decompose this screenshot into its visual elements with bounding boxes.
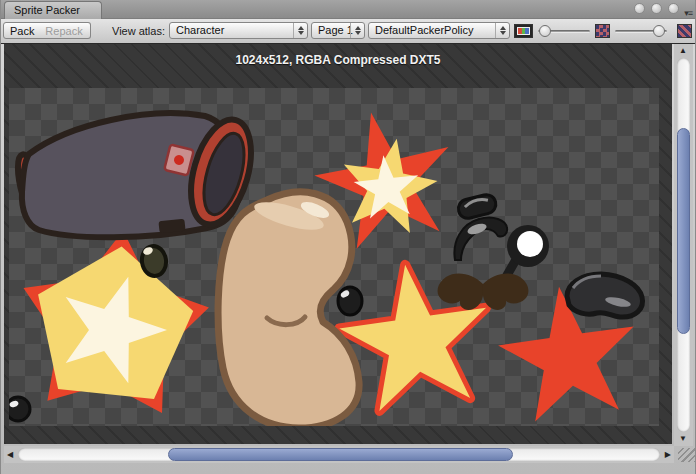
dropdown-arrows-icon	[495, 23, 509, 38]
sprite-black-cap	[456, 193, 497, 221]
toolbar: Pack Repack View atlas: Character Page 1…	[1, 19, 696, 44]
mip-stripes-icon[interactable]	[677, 24, 692, 38]
scroll-up-icon[interactable]: ▲	[679, 47, 687, 55]
vertical-scroll-track[interactable]	[677, 58, 690, 432]
mip-slider[interactable]	[615, 24, 667, 38]
window-control-dot[interactable]	[668, 3, 679, 14]
mip-slider-handle[interactable]	[653, 25, 665, 37]
atlas-texture	[9, 88, 659, 426]
horizontal-scroll-thumb[interactable]	[168, 448, 513, 461]
window-control-dot[interactable]	[634, 3, 645, 14]
sprite-cannon	[12, 113, 262, 238]
rgb-stripes	[517, 27, 530, 35]
sprite-pentagon-burst	[24, 231, 209, 413]
scroll-left-icon[interactable]: ◀	[7, 451, 13, 459]
scroll-down-icon[interactable]: ▼	[679, 435, 687, 443]
atlas-dropdown[interactable]: Character	[169, 22, 308, 39]
window-control-dot[interactable]	[651, 3, 662, 14]
page-dropdown[interactable]: Page 1	[311, 22, 365, 39]
atlas-dropdown-value: Character	[176, 24, 224, 36]
sprite-mini-black-bean	[338, 287, 362, 315]
tab-title: Sprite Packer	[14, 4, 80, 16]
dropdown-arrows-icon	[350, 23, 364, 38]
vertical-scrollbar[interactable]: ▲ ▼	[674, 44, 693, 446]
pack-button[interactable]: Pack	[3, 22, 39, 39]
zoom-slider-handle[interactable]	[539, 25, 551, 37]
view-atlas-label: View atlas:	[89, 25, 165, 37]
repack-button[interactable]: Repack	[38, 22, 91, 39]
sprite-black-bean	[567, 274, 643, 317]
sprite-corner-olive	[9, 397, 30, 421]
scroll-right-icon[interactable]: ▶	[665, 451, 671, 459]
sprite-bean-character	[218, 192, 359, 426]
zoom-slider[interactable]	[538, 24, 590, 38]
horizontal-scroll-track[interactable]	[18, 448, 660, 461]
dropdown-arrows-icon	[293, 23, 307, 38]
tab-bar: Sprite Packer ▾≡	[1, 0, 696, 19]
sprite-packer-window: Sprite Packer ▾≡ Pack Repack View atlas:…	[0, 0, 696, 474]
resize-grip[interactable]	[678, 448, 695, 462]
atlas-info-text: 1024x512, RGBA Compressed DXT5	[4, 53, 672, 67]
atlas-sprites	[9, 88, 659, 426]
cannon-emblem	[164, 144, 194, 175]
horizontal-scrollbar[interactable]: ◀ ▶	[4, 446, 674, 463]
policy-dropdown[interactable]: DefaultPackerPolicy	[368, 22, 510, 39]
vertical-scroll-thumb[interactable]	[677, 128, 690, 334]
atlas-canvas: 1024x512, RGBA Compressed DXT5	[4, 44, 672, 444]
page-dropdown-value: Page 1	[318, 24, 353, 36]
sprite-monocle	[501, 225, 549, 281]
sprite-eyebrow	[454, 218, 507, 260]
pane-menu-icon[interactable]: ▾≡	[684, 9, 692, 18]
tab-sprite-packer[interactable]: Sprite Packer	[4, 1, 102, 19]
color-channels-icon[interactable]	[514, 24, 533, 38]
policy-dropdown-value: DefaultPackerPolicy	[375, 24, 473, 36]
alpha-checker-icon[interactable]	[595, 24, 610, 38]
